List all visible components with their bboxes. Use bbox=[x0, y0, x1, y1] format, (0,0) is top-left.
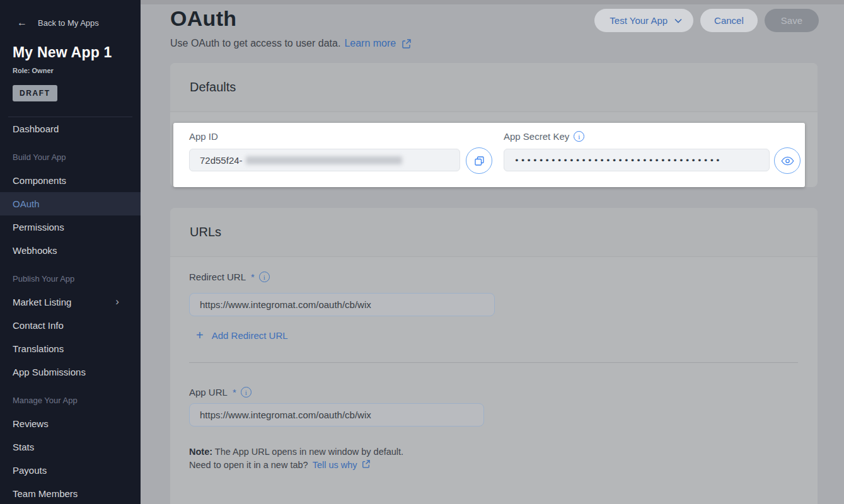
app-secret-field[interactable]: •••••••••••••••••••••••••••••••••• bbox=[504, 149, 770, 171]
sidebar-item[interactable]: Reviews bbox=[0, 412, 141, 435]
sidebar-item-label: Translations bbox=[13, 343, 64, 354]
sidebar: ← Back to My Apps My New App 1 Role: Own… bbox=[0, 0, 141, 504]
sidebar-item-label: Stats bbox=[13, 442, 34, 452]
learn-more-link[interactable]: Learn more bbox=[344, 38, 396, 49]
subtitle-text: Use OAuth to get access to user data. bbox=[170, 38, 340, 49]
sidebar-item[interactable]: Contact Info bbox=[0, 314, 141, 337]
copy-app-id-button[interactable] bbox=[466, 147, 492, 174]
redirect-url-label: Redirect URL bbox=[189, 272, 246, 282]
back-label: Back to My Apps bbox=[38, 18, 99, 28]
header-actions: Test Your App Cancel Save bbox=[594, 9, 819, 32]
app-id-redacted-blur bbox=[246, 156, 402, 164]
sidebar-item-label: Payouts bbox=[13, 465, 47, 476]
sidebar-item-label: Market Listing bbox=[13, 297, 71, 307]
app-id-label: App ID bbox=[189, 131, 218, 142]
wix-dev-dashboard: ← Back to My Apps My New App 1 Role: Own… bbox=[0, 0, 844, 504]
role-label: Role: Owner bbox=[13, 67, 128, 74]
sidebar-item[interactable]: Components bbox=[0, 169, 141, 192]
sidebar-item-label: OAuth bbox=[13, 198, 40, 209]
sidebar-item[interactable]: Team Members bbox=[0, 482, 141, 504]
sidebar-item[interactable]: Dashboard bbox=[0, 117, 141, 140]
sidebar-item-label: Build Your App bbox=[13, 152, 66, 162]
status-badge: DRAFT bbox=[13, 85, 57, 101]
section-divider bbox=[189, 362, 798, 363]
back-arrow-icon: ← bbox=[17, 17, 27, 28]
tell-us-why-link[interactable]: Tell us why bbox=[313, 460, 357, 470]
copy-icon bbox=[474, 156, 485, 166]
test-your-app-button[interactable]: Test Your App bbox=[594, 9, 693, 32]
app-url-label: App URL bbox=[189, 387, 228, 398]
sidebar-item[interactable]: OAuth bbox=[0, 192, 141, 215]
back-to-my-apps[interactable]: ← Back to My Apps bbox=[0, 17, 141, 28]
sidebar-item-label: Manage Your App bbox=[13, 396, 78, 405]
required-asterisk: * bbox=[233, 387, 236, 398]
redirect-url-input[interactable] bbox=[189, 293, 495, 316]
sidebar-item[interactable]: App Submissions bbox=[0, 360, 141, 384]
external-link-icon bbox=[362, 460, 370, 468]
main-content: OAuth Use OAuth to get access to user da… bbox=[141, 0, 844, 504]
sidebar-item-label: Permissions bbox=[13, 222, 64, 232]
chevron-down-icon bbox=[674, 18, 682, 23]
reveal-secret-button[interactable] bbox=[774, 147, 801, 174]
sidebar-item-label: Publish Your App bbox=[13, 274, 74, 284]
sidebar-item-label: Components bbox=[13, 175, 66, 186]
app-url-input[interactable] bbox=[189, 403, 484, 427]
defaults-card-header: Defaults bbox=[170, 63, 818, 112]
sidebar-item[interactable]: Stats bbox=[0, 435, 141, 459]
app-id-value: 72d55f24- bbox=[200, 155, 243, 166]
sidebar-item-label: Webhooks bbox=[13, 245, 57, 256]
add-redirect-label: Add Redirect URL bbox=[212, 330, 288, 341]
sidebar-item[interactable]: Webhooks bbox=[0, 239, 141, 262]
add-redirect-url-button[interactable]: + Add Redirect URL bbox=[196, 329, 288, 341]
app-secret-label: App Secret Key bbox=[504, 131, 569, 142]
sidebar-item: Manage Your App bbox=[0, 389, 141, 412]
sidebar-item-label: Contact Info bbox=[13, 320, 64, 331]
sidebar-item[interactable]: Market Listing bbox=[0, 290, 141, 314]
note-prefix: Note: bbox=[189, 447, 212, 457]
sidebar-item: Build Your App bbox=[0, 146, 141, 169]
cancel-button[interactable]: Cancel bbox=[700, 9, 758, 32]
eye-icon bbox=[781, 156, 794, 166]
app-secret-label-row: App Secret Key i bbox=[504, 131, 584, 142]
app-name: My New App 1 bbox=[13, 44, 128, 61]
sidebar-item-label: Dashboard bbox=[13, 123, 59, 134]
plus-icon: + bbox=[196, 329, 204, 341]
external-link-icon bbox=[402, 39, 411, 49]
sidebar-item[interactable]: Payouts bbox=[0, 459, 141, 482]
info-icon[interactable]: i bbox=[574, 131, 584, 142]
app-url-note: Note: The App URL opens in new window by… bbox=[189, 445, 403, 472]
sidebar-item-label: Team Members bbox=[13, 488, 78, 499]
test-your-app-label: Test Your App bbox=[610, 15, 668, 26]
note-text: The App URL opens in new window by defau… bbox=[212, 447, 403, 457]
sidebar-item[interactable]: Translations bbox=[0, 337, 141, 360]
required-asterisk: * bbox=[251, 272, 255, 282]
urls-card-header: URLs bbox=[170, 208, 818, 257]
app-id-field[interactable]: 72d55f24- bbox=[189, 149, 460, 171]
note-line-1: Note: The App URL opens in new window by… bbox=[189, 445, 403, 459]
sidebar-item-label: Reviews bbox=[13, 418, 49, 429]
app-url-label-row: App URL * i bbox=[189, 387, 251, 398]
note-line-2: Need to open it in a new tab? Tell us wh… bbox=[189, 459, 403, 472]
info-icon[interactable]: i bbox=[241, 387, 251, 398]
urls-card: URLs Redirect URL * i + Add Redirect URL… bbox=[170, 208, 818, 504]
redirect-url-label-row: Redirect URL * i bbox=[189, 272, 270, 282]
page-title: OAuth bbox=[170, 6, 236, 31]
page-subtitle: Use OAuth to get access to user data. Le… bbox=[170, 38, 411, 49]
note-question: Need to open it in a new tab? bbox=[189, 460, 308, 470]
sidebar-nav: Dashboard Build Your App Components OAut… bbox=[0, 117, 141, 504]
sidebar-item-label: App Submissions bbox=[13, 367, 86, 377]
sidebar-item[interactable]: Permissions bbox=[0, 215, 141, 239]
spotlight-row: App ID 72d55f24- App Secret Key i ••••••… bbox=[173, 123, 805, 187]
info-icon[interactable]: i bbox=[259, 272, 270, 282]
sidebar-item: Publish Your App bbox=[0, 267, 141, 290]
save-button[interactable]: Save bbox=[765, 9, 819, 32]
